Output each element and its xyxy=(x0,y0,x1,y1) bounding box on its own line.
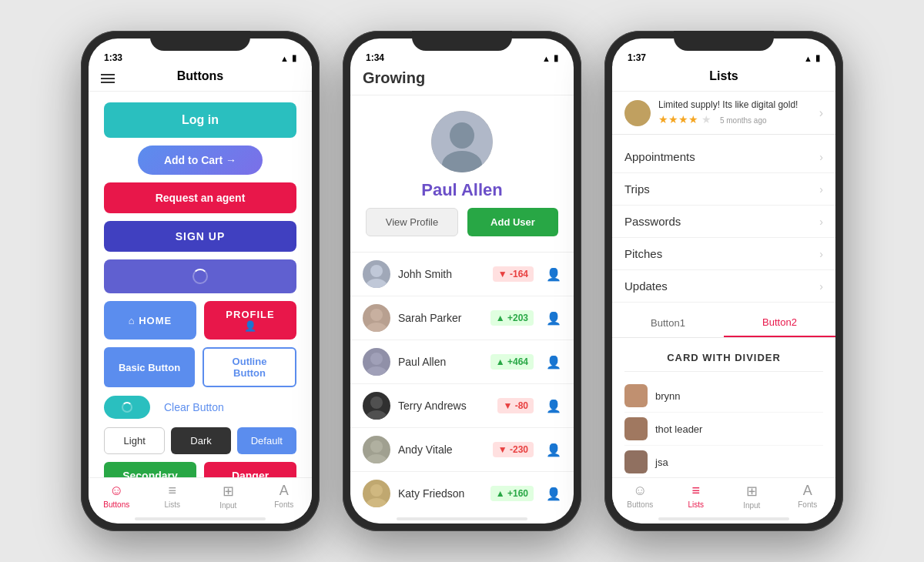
card-person-2[interactable]: jsa xyxy=(624,446,823,477)
home-button[interactable]: ⌂ HOME xyxy=(104,301,196,340)
review-card[interactable]: Limited supply! Its like digital gold! ★… xyxy=(612,92,835,135)
card-person-avatar-2 xyxy=(624,450,648,473)
dark-button[interactable]: Dark xyxy=(171,427,230,454)
user-action-icon-1[interactable]: 👤 xyxy=(546,311,561,326)
danger-button[interactable]: Danger xyxy=(204,462,296,477)
list-item-passwords[interactable]: Passwords › xyxy=(612,206,835,238)
status-icons-2: ▲ ▮ xyxy=(542,53,558,63)
user-action-icon-0[interactable]: 👤 xyxy=(546,267,561,282)
nav-buttons[interactable]: ☺ Buttons xyxy=(89,483,145,510)
svg-point-11 xyxy=(370,440,383,453)
user-avatar-5 xyxy=(363,480,390,507)
card-divider-title: CARD WITH DIVIDER xyxy=(624,352,823,372)
light-button[interactable]: Light xyxy=(104,427,165,454)
user-row-4[interactable]: Andy Vitale ▼ -230 👤 xyxy=(350,428,574,472)
list-item-pitches[interactable]: Pitches › xyxy=(612,238,835,270)
list-item-label-1: Trips xyxy=(624,182,819,196)
phone2-header: Growing xyxy=(350,66,574,95)
mini-spinner-icon xyxy=(122,402,132,413)
wifi-icon-2: ▲ xyxy=(542,54,551,63)
nav-buttons-3[interactable]: ☺ Buttons xyxy=(612,483,668,510)
svg-point-10 xyxy=(366,410,387,420)
list-chevron-4: › xyxy=(819,280,823,293)
login-button[interactable]: Log in xyxy=(104,102,296,138)
nav-input[interactable]: ⊞ Input xyxy=(200,483,256,510)
lists-content: Limited supply! Its like digital gold! ★… xyxy=(612,92,835,477)
signup-button[interactable]: SIGN UP xyxy=(104,221,296,252)
user-action-icon-3[interactable]: 👤 xyxy=(546,399,561,413)
user-score-3: ▼ -80 xyxy=(497,398,534,413)
svg-point-14 xyxy=(366,498,387,507)
card-person-1[interactable]: thot leader xyxy=(624,413,823,446)
svg-point-12 xyxy=(366,454,387,463)
svg-point-9 xyxy=(370,396,383,409)
clear-button[interactable]: Clear Button xyxy=(156,395,232,420)
user-row-0[interactable]: Johh Smith ▼ -164 👤 xyxy=(350,253,574,296)
card-person-avatar-0 xyxy=(624,384,648,407)
status-icons-1: ▲ ▮ xyxy=(280,53,296,63)
review-avatar xyxy=(624,100,651,126)
svg-point-5 xyxy=(370,309,383,321)
nav-lists[interactable]: ≡ Lists xyxy=(145,483,201,510)
add-to-cart-button[interactable]: Add to Cart → xyxy=(138,146,263,175)
user-score-0: ▼ -164 xyxy=(493,266,534,282)
outline-button[interactable]: Outline Button xyxy=(203,347,296,387)
user-name-5: Katy Friedson xyxy=(398,487,483,500)
nav-fonts-3[interactable]: A Fonts xyxy=(780,483,836,510)
user-avatar-0 xyxy=(363,260,390,288)
view-profile-button[interactable]: View Profile xyxy=(366,208,458,236)
font-icon-3: A xyxy=(803,483,812,499)
notch-3 xyxy=(674,31,774,51)
user-action-icon-5[interactable]: 👤 xyxy=(546,487,561,501)
card-person-0[interactable]: brynn xyxy=(624,380,823,413)
user-row-1[interactable]: Sarah Parker ▲ +203 👤 xyxy=(350,296,574,340)
card-divider: CARD WITH DIVIDER brynn thot leader jsa … xyxy=(612,343,835,477)
review-time: 5 months ago xyxy=(720,116,767,125)
theme-row: Light Dark Default xyxy=(104,427,296,454)
smiley-icon-3: ☺ xyxy=(633,483,647,499)
font-icon: A xyxy=(280,483,289,499)
list-chevron-1: › xyxy=(819,183,823,196)
basic-button[interactable]: Basic Button xyxy=(104,347,195,387)
notch-2 xyxy=(412,31,512,51)
default-button[interactable]: Default xyxy=(237,427,296,454)
time-3: 1:37 xyxy=(628,52,646,63)
bottom-nav-1: ☺ Buttons ≡ Lists ⊞ Input A Fonts xyxy=(89,477,312,517)
list-item-label-0: Appointments xyxy=(624,150,819,163)
list-icon-3: ≡ xyxy=(691,483,700,499)
user-avatar-1 xyxy=(363,304,390,332)
nav-fonts[interactable]: A Fonts xyxy=(256,483,313,510)
list-item-label-4: Updates xyxy=(624,279,819,293)
home-profile-row: ⌂ HOME PROFILE 👤 xyxy=(104,301,296,340)
request-agent-button[interactable]: Request an agent xyxy=(104,182,296,213)
secondary-danger-row: Secondary Danger xyxy=(104,462,296,477)
tab-button1[interactable]: Button1 xyxy=(612,309,724,337)
list-icon: ≡ xyxy=(168,483,176,499)
user-name-0: Johh Smith xyxy=(398,268,485,280)
secondary-button[interactable]: Secondary xyxy=(104,462,196,477)
list-item-appointments[interactable]: Appointments › xyxy=(612,141,835,173)
user-row-3[interactable]: Terry Andrews ▼ -80 👤 xyxy=(350,384,574,428)
review-star-empty: ★ xyxy=(701,113,711,125)
user-score-5: ▲ +160 xyxy=(490,486,534,501)
card-person-name-0: brynn xyxy=(655,390,681,402)
tab-button2[interactable]: Button2 xyxy=(724,309,835,337)
list-chevron-0: › xyxy=(819,151,823,163)
profile-button[interactable]: PROFILE 👤 xyxy=(204,301,296,340)
user-avatar-2 xyxy=(363,348,390,376)
user-score-4: ▼ -230 xyxy=(493,442,534,457)
user-action-icon-4[interactable]: 👤 xyxy=(546,443,561,457)
add-user-button[interactable]: Add User xyxy=(467,208,558,236)
nav-input-3[interactable]: ⊞ Input xyxy=(724,483,780,510)
user-row-5[interactable]: Katy Friedson ▲ +160 👤 xyxy=(350,472,574,514)
hamburger-icon[interactable] xyxy=(101,74,115,83)
user-action-icon-2[interactable]: 👤 xyxy=(546,355,561,370)
list-item-trips[interactable]: Trips › xyxy=(612,173,835,206)
user-row-2[interactable]: Paul Allen ▲ +464 👤 xyxy=(350,340,574,384)
spinner-icon xyxy=(192,269,208,284)
tab-buttons: Button1 Button2 xyxy=(612,309,835,338)
nav-lists-3[interactable]: ≡ Lists xyxy=(668,483,725,510)
profile-buttons: View Profile Add User xyxy=(366,208,558,236)
list-item-updates[interactable]: Updates › xyxy=(612,270,835,303)
toggle-loading-button[interactable] xyxy=(104,396,150,419)
